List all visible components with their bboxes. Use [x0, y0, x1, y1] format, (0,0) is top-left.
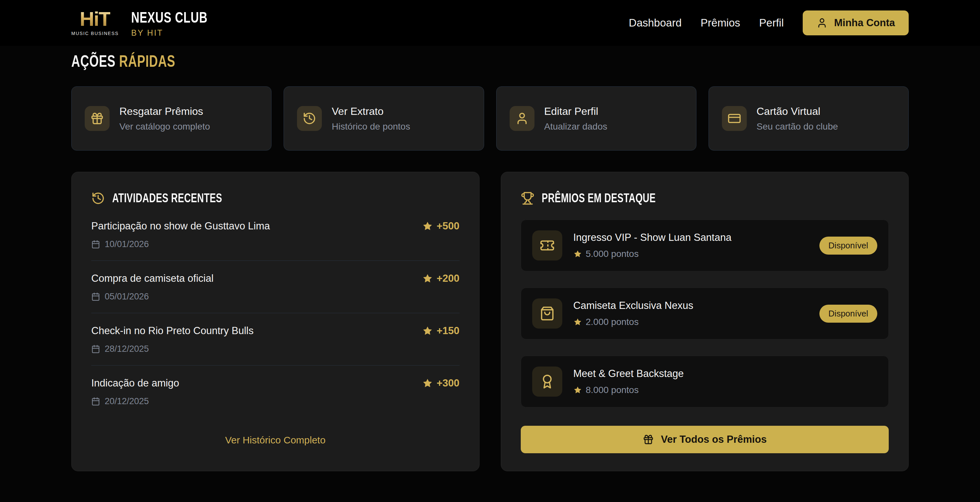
- quick-action-resgatar-premios[interactable]: Resgatar Prêmios Ver catálogo completo: [71, 86, 272, 151]
- featured-rewards-panel: PRÊMIOS EM DESTAQUE Ingresso VIP - Show …: [501, 172, 909, 471]
- activity-row: Indicação de amigo +300 20/12/2025: [91, 365, 460, 418]
- reward-card-camiseta[interactable]: Camiseta Exclusiva Nexus 2.000 pontos Di…: [521, 288, 889, 339]
- activity-row: Compra de camiseta oficial +200 05/01/20…: [91, 261, 460, 313]
- view-all-rewards-label: Ver Todos os Prêmios: [661, 433, 767, 445]
- app-title: NEXUS CLUB: [131, 8, 207, 26]
- reward-title: Meet & Greet Backstage: [573, 368, 878, 379]
- history-icon: [91, 191, 105, 205]
- page-title-white: AÇÕES: [71, 52, 116, 70]
- quick-action-title: Editar Perfil: [544, 105, 608, 118]
- activity-row: Participação no show de Gusttavo Lima +5…: [91, 205, 460, 260]
- page-title: AÇÕES RÁPIDAS: [71, 52, 909, 71]
- quick-action-subtitle: Seu cartão do clube: [757, 121, 838, 132]
- star-icon: [422, 221, 433, 231]
- top-nav: HiT MUSIC BUSINESS NEXUS CLUB BY HIT Das…: [0, 0, 980, 46]
- user-icon: [510, 106, 535, 131]
- quick-actions: Resgatar Prêmios Ver catálogo completo V…: [71, 86, 909, 151]
- ticket-icon: [532, 230, 562, 260]
- quick-action-ver-extrato[interactable]: Ver Extrato Histórico de pontos: [283, 86, 484, 151]
- star-icon: [422, 378, 433, 389]
- activity-date: 10/01/2026: [91, 239, 460, 249]
- reward-points: 2.000 pontos: [573, 317, 819, 327]
- star-icon: [422, 273, 433, 284]
- award-icon: [532, 367, 562, 397]
- nav-dashboard[interactable]: Dashboard: [629, 17, 681, 29]
- activity-title: Indicação de amigo: [91, 377, 179, 389]
- activities-header: ATIVIDADES RECENTES: [112, 191, 222, 205]
- quick-action-title: Resgatar Prêmios: [119, 105, 210, 118]
- activity-title: Check-in no Rio Preto Country Bulls: [91, 325, 253, 337]
- app-subtitle: BY HIT: [131, 28, 234, 38]
- activity-title: Participação no show de Gusttavo Lima: [91, 220, 270, 232]
- quick-action-cartao-virtual[interactable]: Cartão Virtual Seu cartão do clube: [708, 86, 909, 151]
- quick-action-subtitle: Ver catálogo completo: [119, 121, 210, 132]
- main-nav: Dashboard Prêmios Perfil Minha Conta: [629, 11, 909, 35]
- history-icon: [297, 106, 322, 131]
- quick-action-title: Ver Extrato: [332, 105, 410, 118]
- reward-card-meet-greet[interactable]: Meet & Greet Backstage 8.000 pontos: [521, 356, 889, 408]
- activity-points: +150: [422, 325, 460, 337]
- rewards-header: PRÊMIOS EM DESTAQUE: [542, 191, 656, 205]
- quick-action-title: Cartão Virtual: [757, 105, 838, 118]
- quick-action-subtitle: Histórico de pontos: [332, 121, 410, 132]
- view-all-rewards-button[interactable]: Ver Todos os Prêmios: [521, 426, 889, 453]
- nav-premios[interactable]: Prêmios: [701, 17, 740, 29]
- credit-card-icon: [722, 106, 747, 131]
- star-icon: [573, 386, 582, 394]
- calendar-icon: [91, 292, 100, 301]
- brand-names: NEXUS CLUB BY HIT: [131, 8, 234, 38]
- account-button-label: Minha Conta: [834, 17, 895, 29]
- hit-logo[interactable]: HiT MUSIC BUSINESS: [71, 10, 119, 36]
- account-button[interactable]: Minha Conta: [803, 11, 909, 35]
- status-badge: Disponível: [819, 305, 877, 323]
- activity-date: 20/12/2025: [91, 396, 460, 406]
- hit-logo-subtext: MUSIC BUSINESS: [71, 31, 119, 36]
- star-icon: [422, 326, 433, 336]
- reward-points: 5.000 pontos: [573, 249, 819, 259]
- activity-date: 05/01/2026: [91, 292, 460, 302]
- reward-title: Camiseta Exclusiva Nexus: [573, 300, 819, 312]
- activity-title: Compra de camiseta oficial: [91, 273, 213, 284]
- activity-points: +200: [422, 273, 460, 284]
- reward-points: 8.000 pontos: [573, 385, 878, 395]
- activity-date: 28/12/2025: [91, 344, 460, 354]
- brand: HiT MUSIC BUSINESS NEXUS CLUB BY HIT: [71, 8, 234, 38]
- quick-action-subtitle: Atualizar dados: [544, 121, 608, 132]
- page-title-gold: RÁPIDAS: [119, 52, 175, 70]
- status-badge: Disponível: [819, 237, 877, 255]
- user-icon: [816, 18, 827, 29]
- star-icon: [573, 250, 582, 258]
- calendar-icon: [91, 240, 100, 249]
- reward-card-ingresso-vip[interactable]: Ingresso VIP - Show Luan Santana 5.000 p…: [521, 220, 889, 271]
- hit-logo-text: HiT: [80, 10, 111, 28]
- nav-perfil[interactable]: Perfil: [759, 17, 784, 29]
- trophy-icon: [521, 191, 535, 205]
- activity-row: Check-in no Rio Preto Country Bulls +150…: [91, 313, 460, 365]
- recent-activities-panel: ATIVIDADES RECENTES Participação no show…: [71, 172, 479, 471]
- reward-title: Ingresso VIP - Show Luan Santana: [573, 232, 819, 244]
- quick-action-editar-perfil[interactable]: Editar Perfil Atualizar dados: [496, 86, 697, 151]
- gift-icon: [643, 434, 654, 445]
- activity-points: +500: [422, 220, 460, 232]
- gift-icon: [85, 106, 110, 131]
- view-full-history-link[interactable]: Ver Histórico Completo: [91, 435, 460, 446]
- calendar-icon: [91, 397, 100, 406]
- calendar-icon: [91, 344, 100, 354]
- star-icon: [573, 318, 582, 326]
- shopping-bag-icon: [532, 298, 562, 328]
- activity-points: +300: [422, 377, 460, 389]
